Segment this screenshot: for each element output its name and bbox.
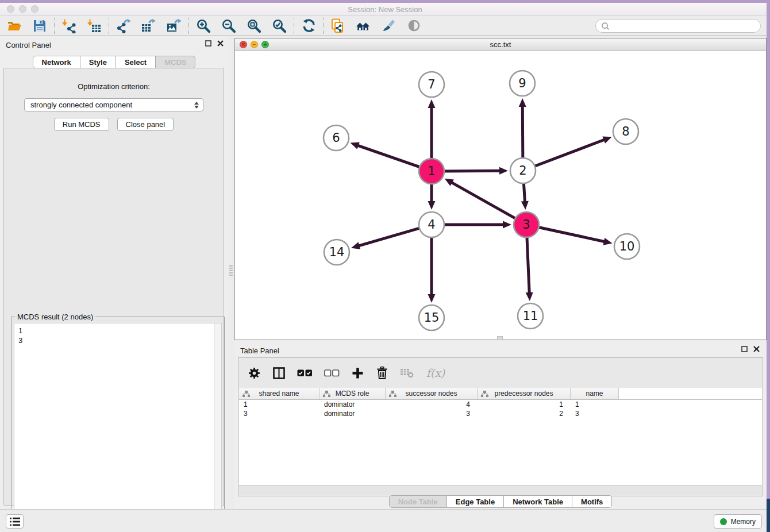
plus-icon	[352, 367, 364, 379]
zoom-fit-icon	[247, 18, 261, 33]
svg-text:9: 9	[518, 76, 526, 90]
close-panel-icon[interactable]	[217, 40, 224, 47]
open-session-button[interactable]	[7, 18, 22, 33]
export-table-button[interactable]	[141, 18, 156, 33]
column-header-predecessor-nodes[interactable]: predecessor nodes	[478, 388, 571, 399]
graph-edge-1-4[interactable]	[428, 182, 436, 210]
graph-edge-1-2[interactable]	[442, 167, 508, 175]
column-header-successor-nodes[interactable]: successor nodes	[386, 388, 478, 399]
graph-edge-1-6[interactable]	[351, 142, 422, 167]
graph-node-6[interactable]: 6	[324, 125, 349, 151]
graph-node-14[interactable]: 14	[324, 240, 349, 265]
graph-edge-3-1[interactable]	[445, 179, 517, 219]
divider-grip[interactable]	[229, 265, 233, 276]
criterion-select[interactable]: strongly connected component	[24, 98, 203, 111]
mcds-result-textarea[interactable]: 1 3	[14, 323, 222, 532]
export-table-icon	[141, 18, 156, 33]
zoom-in-button[interactable]	[196, 18, 211, 33]
graph-node-1[interactable]: 1	[419, 159, 444, 184]
column-header-name[interactable]: name	[571, 388, 619, 399]
delete-column-button[interactable]	[375, 365, 390, 380]
svg-text:10: 10	[619, 240, 635, 253]
column-header-shared-name[interactable]: shared name	[239, 388, 319, 399]
refresh-view-button[interactable]	[301, 18, 316, 33]
import-table-icon	[87, 18, 102, 33]
graph-edge-4-3[interactable]	[442, 221, 511, 229]
control-tab-mcds[interactable]: MCDS	[156, 56, 195, 68]
graph-node-4[interactable]: 4	[419, 212, 444, 237]
mcds-result-title: MCDS result (2 nodes)	[15, 313, 95, 321]
export-network-button[interactable]	[116, 18, 131, 33]
table-tab-network-table[interactable]: Network Table	[504, 495, 572, 508]
save-session-button[interactable]	[32, 18, 47, 33]
graph-edge-2-3[interactable]	[521, 182, 529, 210]
graph-node-9[interactable]: 9	[510, 71, 535, 96]
graph-node-3[interactable]: 3	[514, 212, 539, 237]
table-tab-motifs[interactable]: Motifs	[572, 495, 612, 508]
svg-text:2: 2	[519, 164, 526, 178]
control-tab-style[interactable]: Style	[80, 56, 116, 68]
graph-edge-1-7[interactable]	[428, 99, 436, 160]
graph-edge-3-10[interactable]	[537, 227, 613, 245]
graph-edge-2-8[interactable]	[533, 136, 612, 167]
trash-icon	[376, 367, 388, 379]
table-row[interactable]: 1dominator411	[239, 400, 762, 409]
graph-edge-3-11[interactable]	[526, 236, 533, 301]
export-image-button[interactable]	[167, 18, 182, 33]
control-tab-select[interactable]: Select	[116, 56, 156, 68]
import-table-button[interactable]	[87, 18, 102, 33]
search-box[interactable]	[595, 19, 761, 33]
window-frame-right	[767, 0, 770, 532]
table-cell: dominator	[319, 409, 386, 418]
select-chevrons-icon	[194, 101, 199, 109]
network-window-titlebar[interactable]: × − + scc.txt	[235, 38, 766, 51]
result-scrollbar[interactable]	[214, 323, 221, 532]
copy-network-button[interactable]	[330, 18, 345, 33]
zoom-in-icon	[196, 18, 211, 33]
table-tab-node-table[interactable]: Node Table	[389, 495, 447, 508]
select-all-button[interactable]	[296, 365, 313, 380]
close-panel-icon[interactable]	[753, 346, 760, 352]
mcds-result-text: 1 3	[18, 326, 22, 345]
deselect-all-button[interactable]	[323, 365, 340, 380]
zoom-out-button[interactable]	[221, 18, 236, 33]
window-resize-grip[interactable]	[497, 336, 503, 340]
zoom-selected-button[interactable]	[272, 18, 287, 33]
add-column-button[interactable]	[350, 365, 365, 380]
graph-edge-4-15[interactable]	[428, 236, 436, 303]
graph-node-2[interactable]: 2	[510, 158, 536, 183]
apply-style-button[interactable]	[381, 18, 396, 33]
table-body: 1dominator4113dominator323	[239, 400, 762, 418]
table-tab-edge-table[interactable]: Edge Table	[447, 495, 504, 508]
float-panel-icon[interactable]	[741, 346, 748, 352]
graph-node-7[interactable]: 7	[419, 72, 444, 97]
table-row[interactable]: 3dominator323	[239, 409, 762, 418]
control-tab-network[interactable]: Network	[33, 56, 80, 68]
table-settings-button[interactable]	[247, 365, 261, 380]
svg-text:3: 3	[522, 218, 530, 232]
graph-node-15[interactable]: 15	[419, 305, 444, 330]
column-header-MCDS-role[interactable]: MCDS role	[319, 388, 386, 399]
zoom-fit-button[interactable]	[247, 18, 261, 33]
home-network-button[interactable]	[356, 18, 371, 33]
graph-node-10[interactable]: 10	[614, 234, 640, 259]
task-history-button[interactable]	[6, 514, 24, 529]
graph-edge-4-14[interactable]	[351, 228, 421, 249]
close-panel-button[interactable]: Close panel	[117, 118, 174, 131]
toggle-panels-button[interactable]	[271, 365, 286, 380]
float-panel-icon[interactable]	[205, 40, 211, 47]
graph-node-11[interactable]: 11	[518, 303, 543, 329]
graph-node-8[interactable]: 8	[613, 119, 638, 144]
import-network-button[interactable]	[61, 18, 76, 33]
table-header-row: shared nameMCDS rolesuccessor nodesprede…	[239, 388, 762, 400]
title-bar: Session: New Session	[0, 3, 770, 16]
search-input[interactable]	[610, 20, 760, 32]
table-tabs: Node TableEdge TableNetwork TableMotifs	[234, 495, 767, 508]
memory-button[interactable]: Memory	[714, 514, 762, 529]
run-mcds-button[interactable]: Run MCDS	[54, 118, 109, 131]
graph-edge-2-9[interactable]	[519, 98, 526, 160]
svg-text:6: 6	[332, 131, 340, 145]
copy-network-icon	[330, 18, 345, 33]
network-canvas[interactable]: 7968124314101511	[235, 51, 766, 340]
svg-text:7: 7	[428, 78, 435, 91]
